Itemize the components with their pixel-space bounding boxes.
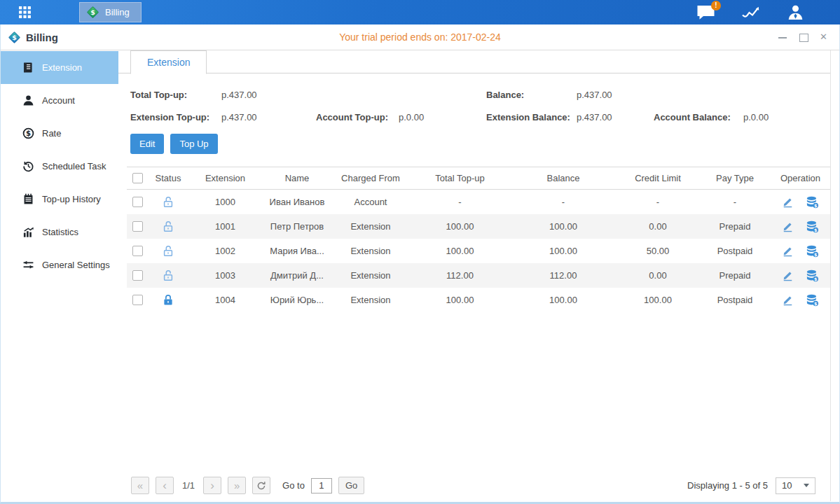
edit-button[interactable]: Edit xyxy=(130,134,164,154)
svg-text:$: $ xyxy=(814,300,817,305)
sidebar-item-extension[interactable]: Extension xyxy=(1,51,118,84)
table-body: 1000 Иван Иванов Account - - - - $ 1001 … xyxy=(127,190,831,312)
column-header-charged-from: Charged From xyxy=(332,173,409,183)
cell-extension: 1004 xyxy=(188,295,262,305)
previous-page-button[interactable] xyxy=(156,477,174,494)
sidebar-item-statistics[interactable]: Statistics xyxy=(1,216,118,248)
sidebar-item-label: General Settings xyxy=(42,260,110,270)
account-topup-label: Account Top-up: xyxy=(316,112,399,122)
sidebar-item-top-up-history[interactable]: Top-up History xyxy=(1,183,118,216)
sidebar-item-rate[interactable]: $ Rate xyxy=(1,117,118,150)
cell-name: Мария Ива... xyxy=(262,246,332,256)
cell-name: Дмитрий Д... xyxy=(262,270,332,281)
taskbar-tab-billing[interactable]: $ Billing xyxy=(79,2,142,22)
billing-window: $ Billing Your trial period ends on: 201… xyxy=(0,24,840,504)
lock-open-icon xyxy=(162,196,174,209)
table-header-row: StatusExtensionNameCharged FromTotal Top… xyxy=(127,167,831,190)
total-topup-value: p.437.00 xyxy=(221,90,257,100)
cell-total-topup: 112.00 xyxy=(409,270,511,281)
tab-strip: Extension xyxy=(118,50,831,74)
svg-text:$: $ xyxy=(12,33,17,41)
app-grid-icon[interactable] xyxy=(0,0,49,24)
maximize-icon[interactable] xyxy=(799,32,808,42)
next-page-button[interactable] xyxy=(203,477,221,494)
cell-charged-from: Extension xyxy=(332,221,409,232)
topup-row-icon[interactable]: $ xyxy=(806,270,819,282)
topup-row-icon[interactable]: $ xyxy=(806,245,819,258)
cell-credit-limit: 50.00 xyxy=(616,246,700,256)
svg-text:$: $ xyxy=(26,130,31,137)
billing-app-icon: $ xyxy=(86,6,99,19)
cell-charged-from: Extension xyxy=(332,246,409,256)
sidebar: Extension Account $ Rate Scheduled Task … xyxy=(1,50,118,501)
account-balance-label: Account Balance: xyxy=(654,112,743,122)
pagination-bar: 1/1 Go to Go Displaying 1 - 5 of 5 10 xyxy=(118,477,831,501)
cell-extension: 1001 xyxy=(188,221,262,232)
user-icon[interactable] xyxy=(786,5,805,20)
sidebar-item-scheduled-task[interactable]: Scheduled Task xyxy=(1,150,118,183)
sidebar-item-general-settings[interactable]: General Settings xyxy=(1,248,118,281)
row-checkbox[interactable] xyxy=(132,295,143,305)
top-up-button[interactable]: Top Up xyxy=(170,134,217,154)
cell-balance: 112.00 xyxy=(511,270,616,281)
select-all-checkbox[interactable] xyxy=(132,173,143,183)
column-header-operation: Operation xyxy=(770,173,831,183)
svg-text:$: $ xyxy=(814,276,817,281)
page-size-select[interactable]: 10 xyxy=(776,477,815,494)
trial-notice: Your trial period ends on: 2017-02-24 xyxy=(1,31,839,43)
table-row: 1004 Юрий Юрь... Extension 100.00 100.00… xyxy=(127,288,831,312)
column-header-credit-limit: Credit Limit xyxy=(616,173,700,183)
edit-row-icon[interactable] xyxy=(782,294,794,306)
cell-name: Иван Иванов xyxy=(262,197,332,207)
row-checkbox[interactable] xyxy=(132,197,143,207)
edit-row-icon[interactable] xyxy=(782,270,794,281)
cell-credit-limit: - xyxy=(616,197,700,207)
cell-pay-type: Postpaid xyxy=(700,295,770,305)
cell-pay-type: Prepaid xyxy=(700,221,770,232)
cell-pay-type: Postpaid xyxy=(700,246,770,256)
sidebar-item-label: Rate xyxy=(42,128,61,139)
chevron-down-icon xyxy=(804,484,809,487)
table-row: 1000 Иван Иванов Account - - - - $ xyxy=(127,190,831,214)
goto-label: Go to xyxy=(282,480,305,491)
goto-page-input[interactable] xyxy=(311,478,332,493)
cell-total-topup: 100.00 xyxy=(409,221,511,232)
extension-balance-label: Extension Balance: xyxy=(486,112,577,122)
cell-extension: 1000 xyxy=(188,197,262,207)
cell-charged-from: Extension xyxy=(332,270,409,281)
notepad-icon xyxy=(22,193,34,205)
balance-value: p.437.00 xyxy=(577,90,612,100)
messages-icon[interactable]: ! xyxy=(696,5,715,20)
row-checkbox[interactable] xyxy=(132,270,143,281)
table-row: 1002 Мария Ива... Extension 100.00 100.0… xyxy=(127,239,831,263)
cell-total-topup: 100.00 xyxy=(409,295,511,305)
first-page-button[interactable] xyxy=(131,477,149,494)
row-checkbox[interactable] xyxy=(132,221,143,232)
close-icon[interactable] xyxy=(820,32,829,42)
edit-row-icon[interactable] xyxy=(782,220,794,232)
sidebar-item-label: Extension xyxy=(42,62,82,73)
person-icon xyxy=(22,94,34,106)
cell-pay-type: Prepaid xyxy=(700,270,770,281)
extension-topup-value: p.437.00 xyxy=(221,112,316,122)
tab-extension[interactable]: Extension xyxy=(130,50,207,74)
cell-pay-type: - xyxy=(700,197,770,207)
rate-icon: $ xyxy=(22,127,34,139)
page-indicator: 1/1 xyxy=(182,480,195,491)
column-header-extension: Extension xyxy=(188,173,262,183)
topup-row-icon[interactable]: $ xyxy=(806,294,819,307)
refresh-icon[interactable] xyxy=(252,477,270,494)
lock-open-icon xyxy=(162,220,174,233)
sidebar-item-label: Statistics xyxy=(42,227,78,237)
last-page-button[interactable] xyxy=(228,477,246,494)
row-checkbox[interactable] xyxy=(132,246,143,256)
sidebar-item-account[interactable]: Account xyxy=(1,84,118,117)
reports-icon[interactable] xyxy=(741,5,760,20)
topup-row-icon[interactable]: $ xyxy=(806,220,819,233)
minimize-icon[interactable] xyxy=(778,32,787,42)
go-button[interactable]: Go xyxy=(338,477,364,494)
edit-row-icon[interactable] xyxy=(782,196,794,208)
total-topup-label: Total Top-up: xyxy=(130,90,221,100)
topup-row-icon[interactable]: $ xyxy=(806,196,819,209)
edit-row-icon[interactable] xyxy=(782,245,794,257)
